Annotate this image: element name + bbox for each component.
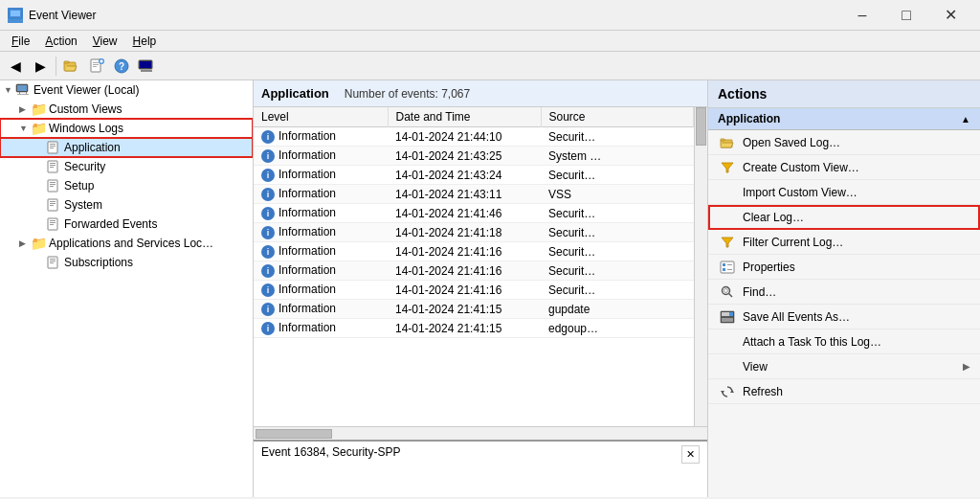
sidebar-item-custom-views[interactable]: ▶ 📁 Custom Views — [0, 100, 253, 119]
task-icon — [718, 334, 737, 350]
close-detail-button[interactable]: ✕ — [681, 445, 700, 464]
sidebar-item-label: Application — [64, 141, 121, 154]
view-icon — [718, 359, 737, 374]
sidebar-item-subscriptions[interactable]: ▶ Subscriptions — [0, 253, 253, 272]
title-bar: Event Viewer – □ ✕ — [0, 0, 980, 31]
action-open-saved-log[interactable]: Open Saved Log… — [708, 130, 980, 155]
sidebar-item-application[interactable]: ▶ Application — [0, 138, 253, 157]
toolbar: ◀ ▶ ? — [0, 52, 980, 80]
info-icon: i — [261, 207, 275, 220]
action-label: Clear Log… — [743, 211, 804, 224]
event-source: VSS — [541, 185, 694, 204]
console-button[interactable] — [135, 55, 158, 78]
log-icon — [46, 178, 61, 193]
table-row[interactable]: iInformation14-01-2024 21:41:16Securit… — [254, 281, 694, 300]
event-level: iInformation — [254, 166, 388, 185]
svg-rect-42 — [50, 224, 54, 225]
action-filter-current-log[interactable]: Filter Current Log… — [708, 230, 980, 255]
actions-section-arrow: ▲ — [961, 114, 970, 125]
menu-view[interactable]: View — [85, 33, 125, 50]
action-import-custom-view[interactable]: Import Custom View… — [708, 180, 980, 205]
action-view[interactable]: View ▶ — [708, 354, 980, 379]
open-button[interactable] — [60, 55, 83, 78]
table-row[interactable]: iInformation14-01-2024 21:44:10Securit… — [254, 127, 694, 147]
info-icon: i — [261, 130, 275, 144]
col-level[interactable]: Level — [254, 107, 388, 127]
folder-open-icon — [718, 135, 737, 150]
event-source: System … — [541, 147, 694, 166]
col-datetime[interactable]: Date and Time — [388, 107, 541, 127]
table-row[interactable]: iInformation14-01-2024 21:41:15edgoup… — [254, 319, 694, 338]
action-refresh[interactable]: Refresh — [708, 379, 980, 404]
event-level: iInformation — [254, 204, 388, 223]
content-area: Application Number of events: 7,067 Leve… — [254, 80, 707, 497]
menu-help[interactable]: Help — [125, 33, 165, 50]
sidebar-item-label: Forwarded Events — [64, 217, 157, 231]
table-row[interactable]: iInformation14-01-2024 21:41:16Securit… — [254, 242, 694, 261]
action-create-custom-view[interactable]: Create Custom View… — [708, 155, 980, 180]
sidebar-item-security[interactable]: ▶ Security — [0, 157, 253, 176]
actions-section-application[interactable]: Application ▲ — [708, 108, 980, 130]
bottom-panel: Event 16384, Security-SPP ✕ — [254, 440, 707, 497]
actions-section-title: Application — [718, 112, 780, 125]
event-level: iInformation — [254, 300, 388, 319]
horiz-scrollbar-thumb[interactable] — [256, 429, 332, 439]
svg-marker-63 — [730, 390, 734, 393]
action-find[interactable]: Find… — [708, 280, 980, 305]
svg-rect-54 — [723, 268, 725, 271]
table-row[interactable]: iInformation14-01-2024 21:43:11VSS — [254, 185, 694, 204]
table-row[interactable]: iInformation14-01-2024 21:41:46Securit… — [254, 204, 694, 223]
table-row[interactable]: iInformation14-01-2024 21:43:24Securit… — [254, 166, 694, 185]
event-level: iInformation — [254, 127, 388, 147]
maximize-button[interactable]: □ — [884, 0, 928, 31]
sidebar: ▼ Event Viewer (Local) ▶ 📁 Custom Views … — [0, 80, 254, 497]
svg-rect-17 — [141, 70, 152, 72]
sidebar-item-label: Windows Logs — [49, 122, 123, 135]
back-button[interactable]: ◀ — [4, 55, 27, 78]
submenu-arrow: ▶ — [963, 361, 970, 372]
sidebar-item-setup[interactable]: ▶ Setup — [0, 176, 253, 195]
sidebar-item-windows-logs[interactable]: ▼ 📁 Windows Logs — [0, 119, 253, 138]
action-clear-log[interactable]: Clear Log… — [708, 205, 980, 230]
svg-line-57 — [729, 293, 733, 297]
scrollbar-thumb[interactable] — [696, 107, 706, 146]
info-icon: i — [261, 149, 275, 163]
forward-button[interactable]: ▶ — [29, 55, 52, 78]
action-save-all-events[interactable]: Save All Events As… — [708, 305, 980, 329]
svg-point-56 — [723, 286, 730, 294]
sidebar-item-label: Security — [64, 160, 105, 173]
action-properties[interactable]: Properties — [708, 255, 980, 280]
sidebar-item-applications-services[interactable]: ▶ 📁 Applications and Services Loc… — [0, 234, 253, 253]
menu-action[interactable]: Action — [37, 33, 84, 50]
event-table[interactable]: Level Date and Time Source iInformation1… — [254, 107, 694, 426]
svg-rect-16 — [140, 61, 151, 68]
table-row[interactable]: iInformation14-01-2024 21:41:15gupdate — [254, 300, 694, 319]
table-row[interactable]: iInformation14-01-2024 21:43:25System … — [254, 147, 694, 166]
svg-rect-26 — [50, 147, 54, 148]
menu-file[interactable]: File — [4, 33, 37, 50]
vertical-scrollbar[interactable] — [694, 107, 707, 426]
horizontal-scrollbar[interactable] — [254, 426, 707, 440]
expand-arrow: ▶ — [19, 238, 31, 248]
sidebar-item-label: Setup — [64, 179, 94, 193]
table-row[interactable]: iInformation14-01-2024 21:41:18Securit… — [254, 223, 694, 242]
table-row[interactable]: iInformation14-01-2024 21:41:16Securit… — [254, 261, 694, 281]
sidebar-item-label: Event Viewer (Local) — [33, 83, 140, 97]
filter-current-icon — [718, 235, 737, 250]
table-container: Level Date and Time Source iInformation1… — [254, 107, 707, 426]
close-button[interactable]: ✕ — [928, 0, 972, 31]
svg-rect-45 — [50, 261, 56, 261]
col-source[interactable]: Source — [541, 107, 694, 127]
new-log-button[interactable] — [85, 55, 108, 78]
svg-rect-62 — [722, 318, 733, 322]
sidebar-item-forwarded-events[interactable]: ▶ Forwarded Events — [0, 215, 253, 234]
action-attach-task[interactable]: Attach a Task To this Log… — [708, 329, 980, 354]
event-datetime: 14-01-2024 21:41:15 — [388, 300, 541, 319]
sidebar-item-label: System — [64, 198, 102, 212]
svg-rect-51 — [721, 261, 734, 273]
help-button[interactable]: ? — [110, 55, 133, 78]
minimize-button[interactable]: – — [840, 0, 884, 31]
action-label: Open Saved Log… — [743, 136, 840, 149]
sidebar-item-event-viewer-local[interactable]: ▼ Event Viewer (Local) — [0, 80, 253, 100]
sidebar-item-system[interactable]: ▶ System — [0, 195, 253, 215]
